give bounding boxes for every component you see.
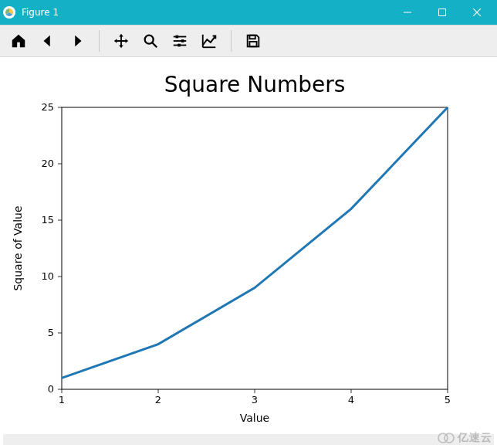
back-button[interactable] (34, 27, 62, 55)
x-tick-label: 3 (252, 394, 258, 406)
svg-rect-15 (249, 36, 255, 39)
y-tick-label: 20 (41, 158, 54, 169)
minimize-button[interactable] (390, 0, 424, 25)
toolbar-separator (231, 30, 232, 52)
x-axis-label: Value (240, 412, 269, 424)
app-icon (3, 6, 15, 19)
x-tick-label: 1 (59, 394, 65, 406)
svg-rect-16 (249, 42, 256, 46)
home-button[interactable] (5, 27, 32, 55)
configure-subplots-button[interactable] (166, 27, 194, 55)
x-tick-label: 4 (348, 394, 354, 406)
watermark-icon (438, 432, 455, 444)
svg-rect-2 (438, 9, 445, 16)
y-tick-label: 15 (41, 214, 54, 226)
status-bar (3, 434, 494, 445)
x-tick-label: 2 (155, 394, 161, 406)
watermark: 亿速云 (438, 431, 492, 445)
x-tick-label: 5 (445, 394, 451, 406)
svg-line-6 (152, 42, 157, 47)
svg-rect-8 (176, 36, 179, 39)
chart-title: Square Numbers (164, 72, 346, 97)
watermark-text: 亿速云 (458, 431, 492, 445)
pan-button[interactable] (107, 27, 135, 55)
save-button[interactable] (239, 27, 267, 55)
window-titlebar: Figure 1 (0, 0, 497, 25)
y-tick-label: 25 (41, 101, 54, 113)
svg-point-5 (145, 36, 154, 44)
edit-axis-button[interactable] (195, 27, 223, 55)
chart-plot: 123450510152025Square NumbersValueSquare… (0, 57, 497, 434)
toolbar-separator (99, 30, 100, 52)
y-tick-label: 0 (48, 383, 54, 395)
svg-point-30 (445, 433, 454, 443)
figure-canvas[interactable]: 123450510152025Square NumbersValueSquare… (0, 57, 497, 434)
y-tick-label: 5 (48, 327, 54, 338)
svg-rect-12 (178, 44, 181, 47)
maximize-button[interactable] (424, 0, 459, 25)
close-button[interactable] (459, 0, 494, 25)
zoom-button[interactable] (137, 27, 164, 55)
svg-rect-17 (62, 107, 448, 389)
svg-rect-10 (181, 39, 184, 42)
y-tick-label: 10 (41, 270, 54, 282)
forward-button[interactable] (63, 27, 91, 55)
window-title: Figure 1 (22, 7, 59, 18)
y-axis-label: Square of Value (12, 205, 24, 290)
matplotlib-toolbar (0, 25, 497, 57)
